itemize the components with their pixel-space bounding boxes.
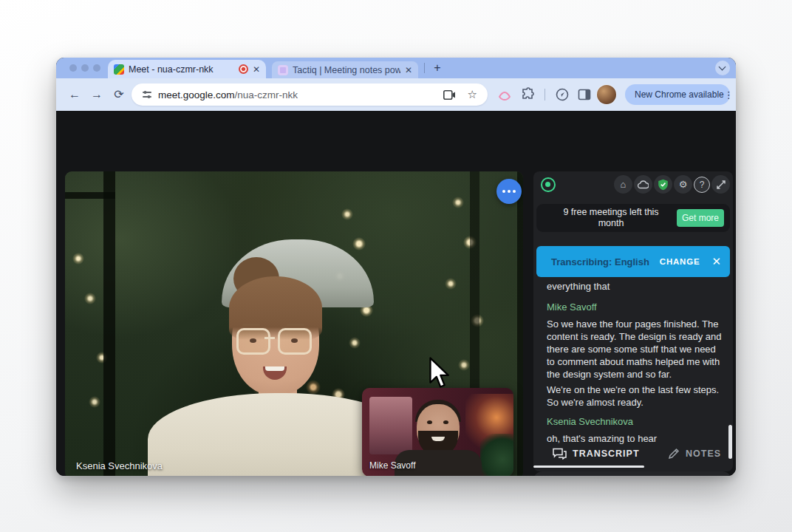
settings-gear-icon[interactable]: ⚙	[674, 175, 692, 194]
scrollbar-thumb[interactable]	[728, 425, 732, 459]
tab-strip: Meet - nua-czmr-nkk ✕ Tactiq | Meeting n…	[56, 58, 736, 78]
glasses-decoration	[264, 337, 275, 339]
profile-avatar[interactable]	[597, 85, 616, 104]
active-tab-underline	[533, 466, 644, 468]
close-tab-icon[interactable]: ✕	[405, 66, 412, 75]
meet-page: Ksenia Svechnikova Mik	[56, 111, 736, 476]
chevron-down-icon	[719, 64, 726, 71]
side-panel-icon[interactable]	[577, 87, 592, 102]
meet-favicon-icon	[114, 64, 124, 75]
tab-title: Meet - nua-czmr-nkk	[129, 64, 234, 75]
participant-name-label: Ksenia Svechnikova	[76, 460, 163, 471]
home-icon[interactable]: ⌂	[614, 175, 632, 194]
window-close-button[interactable]	[69, 64, 77, 72]
transcribing-label: Transcribing: English	[551, 256, 649, 267]
dot-icon	[508, 190, 511, 193]
dot-icon	[502, 190, 505, 193]
window-frame-decoration	[65, 192, 115, 199]
browser-window: Meet - nua-czmr-nkk ✕ Tactiq | Meeting n…	[56, 58, 736, 476]
transcript-paragraph: So we have the four pages finished. The …	[547, 318, 723, 381]
tab-title: Tactiq | Meeting notes powe	[293, 65, 400, 75]
close-icon[interactable]: ✕	[711, 255, 721, 268]
participant-face	[242, 324, 260, 326]
privacy-shield-icon[interactable]	[654, 175, 672, 194]
participant-face	[291, 338, 298, 343]
quota-text: 9 free meetings left this month	[553, 207, 669, 229]
transcribing-banner: Transcribing: English CHANGE ✕	[536, 246, 730, 277]
bookmark-star-icon[interactable]: ☆	[468, 88, 477, 101]
close-tab-icon[interactable]: ✕	[253, 65, 260, 74]
tactiq-logo-icon	[541, 177, 556, 192]
collapse-panel-icon[interactable]	[711, 175, 730, 194]
pip-participant-face	[443, 420, 448, 424]
pip-video-tile[interactable]: Mike Savoff	[362, 388, 513, 476]
chat-bubble-button[interactable]	[496, 179, 522, 204]
pencil-icon	[668, 448, 680, 460]
tab-search-button[interactable]	[715, 61, 730, 75]
back-button[interactable]: ←	[66, 86, 83, 103]
toolbar-divider	[544, 89, 545, 100]
mouse-cursor	[427, 356, 451, 390]
tactiq-favicon-icon	[278, 65, 288, 75]
site-settings-icon[interactable]	[142, 89, 152, 100]
tab-notes-label: NOTES	[686, 449, 721, 459]
upload-cloud-icon[interactable]	[634, 175, 652, 194]
forward-button[interactable]: →	[89, 86, 105, 103]
new-tab-button[interactable]: +	[430, 61, 445, 75]
window-frame-decoration	[103, 171, 115, 476]
browser-menu-icon[interactable]: ⋮	[724, 89, 734, 100]
chat-icon	[553, 448, 567, 460]
quota-banner: 9 free meetings left this month Get more	[536, 204, 730, 232]
reload-button[interactable]: ⟳	[111, 86, 127, 103]
browser-toolbar: ← → ⟳ meet.google.com/nua-czmr-nkk ☆	[56, 78, 736, 111]
room-window-decoration	[369, 397, 412, 454]
window-minimize-button[interactable]	[81, 64, 89, 72]
plant-decoration	[480, 434, 513, 476]
browsing-status-icon[interactable]	[555, 87, 570, 102]
get-more-button[interactable]: Get more	[677, 209, 724, 227]
help-icon[interactable]: ?	[694, 177, 710, 193]
tab-divider	[424, 63, 425, 73]
participant-face	[250, 338, 256, 343]
participant-face	[265, 366, 284, 371]
tab-capture-icon[interactable]	[443, 90, 456, 100]
tactiq-sidebar: ⌂ ⚙ ? 9 free meetings left this month	[533, 171, 733, 471]
pip-participant-face	[427, 420, 432, 424]
main-video-tile[interactable]: Ksenia Svechnikova Mik	[65, 171, 523, 476]
tab-meet[interactable]: Meet - nua-czmr-nkk ✕	[108, 60, 266, 78]
chrome-update-button[interactable]: New Chrome available ⋮	[625, 84, 730, 105]
transcript-paragraph: We're on the we're on the last few steps…	[547, 383, 723, 409]
tab-tactiq[interactable]: Tactiq | Meeting notes powe ✕	[272, 61, 418, 78]
recording-indicator-icon	[239, 64, 248, 74]
address-bar[interactable]: meet.google.com/nua-czmr-nkk ☆	[132, 83, 488, 106]
dot-icon	[513, 190, 516, 193]
tab-transcript-label: TRANSCRIPT	[573, 449, 640, 459]
tactiq-extension-icon[interactable]	[497, 87, 512, 102]
participant-face	[287, 324, 304, 326]
transcript-partial-line: everything that	[547, 280, 723, 293]
change-language-button[interactable]: CHANGE	[660, 257, 700, 266]
url-text: meet.google.com/nua-czmr-nkk	[158, 89, 298, 100]
tab-transcript[interactable]: TRANSCRIPT	[553, 448, 640, 460]
pip-name-label: Mike Savoff	[369, 460, 415, 471]
url-host: meet.google.com	[158, 89, 235, 100]
update-label: New Chrome available	[635, 89, 724, 100]
transcript-paragraph: oh, that's amazing to hear	[547, 432, 723, 445]
extensions-puzzle-icon[interactable]	[521, 87, 536, 102]
speaker-name: Mike Savoff	[547, 301, 723, 313]
window-zoom-button[interactable]	[93, 64, 100, 72]
desktop: Meet - nua-czmr-nkk ✕ Tactiq | Meeting n…	[0, 0, 792, 532]
tactiq-action-bar	[533, 471, 731, 476]
tab-notes[interactable]: NOTES	[668, 448, 721, 460]
url-path: /nua-czmr-nkk	[235, 89, 298, 100]
video-edge-decoration	[517, 171, 523, 476]
speaker-name: Ksenia Svechnikova	[547, 416, 723, 427]
